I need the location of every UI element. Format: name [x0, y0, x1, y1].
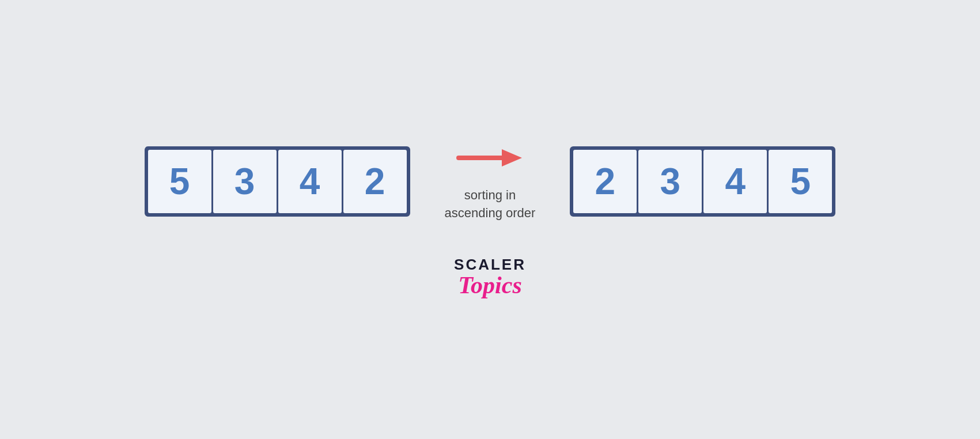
output-cell-0: 2: [573, 150, 637, 213]
arrow-icon: [456, 141, 525, 175]
svg-marker-1: [502, 149, 522, 166]
output-cell-2: 4: [703, 150, 767, 213]
brand-logo: SCALER Topics: [454, 257, 526, 298]
output-array: 2 3 4 5: [570, 146, 835, 217]
output-cell-3: 5: [769, 150, 832, 213]
brand-topics-text: Topics: [458, 272, 521, 298]
arrow-label: sorting in ascending order: [445, 187, 536, 222]
main-container: 5 3 4 2 sorting in ascending order 2 3 4…: [145, 141, 836, 298]
arrow-container: sorting in ascending order: [445, 141, 536, 222]
input-cell-0: 5: [148, 150, 211, 213]
diagram-row: 5 3 4 2 sorting in ascending order 2 3 4…: [145, 141, 836, 222]
brand-scaler-text: SCALER: [454, 257, 526, 272]
input-array: 5 3 4 2: [145, 146, 410, 217]
output-cell-1: 3: [638, 150, 702, 213]
input-cell-2: 4: [278, 150, 342, 213]
input-cell-1: 3: [213, 150, 277, 213]
input-cell-3: 2: [343, 150, 407, 213]
